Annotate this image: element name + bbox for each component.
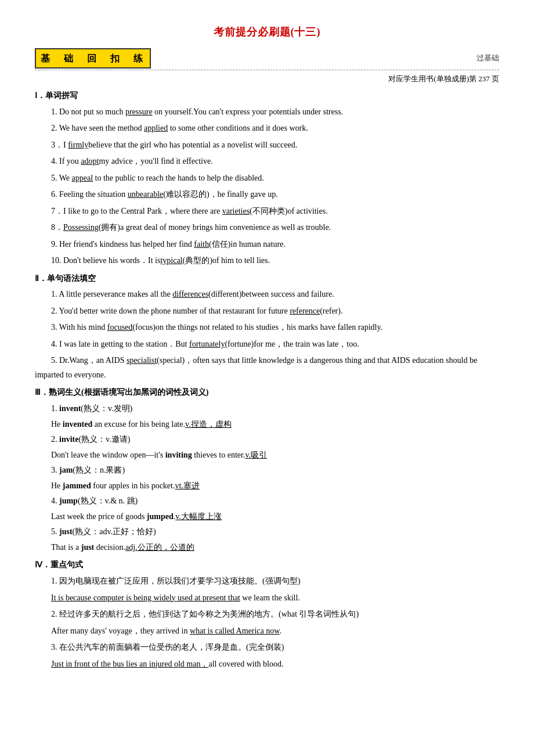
item-text: of activities. — [287, 207, 327, 215]
item-ii-4: 4. I was late in getting to the station．… — [35, 337, 499, 352]
item-iv-2-sentence: After many days' voyage，they arrived in … — [35, 624, 499, 639]
item-num: 1. A little perseverance makes all the — [51, 290, 172, 298]
item-i-1: 1. Do not put so much pressure on yourse… — [35, 105, 499, 120]
item-i-10: 10. Don't believe his words．It istypical… — [35, 254, 499, 268]
item-num: 2. 经过许多天的航行之后，他们到达了如今称之为美洲的地方。(what 引导名词… — [51, 610, 359, 618]
item-i-2: 2. We have seen the method applied to so… — [35, 121, 499, 136]
item-i-5: 5. We appeal to the public to reach the … — [35, 171, 499, 186]
item-num: 8． — [51, 223, 63, 232]
word-pressure: pressure — [125, 107, 153, 116]
item-text: in human nature. — [230, 240, 285, 249]
item-iii-5: 5. just(熟义：adv.正好；恰好) — [51, 525, 499, 539]
item-num: 1. — [51, 404, 59, 413]
item-iv-1: 1. 因为电脑现在被广泛应用，所以我们才要学习这项技能。(强调句型) It is… — [35, 574, 499, 605]
item-text: believe that the girl who has potential … — [88, 141, 297, 149]
word-adopt: adopt — [81, 157, 99, 165]
example-bold-jumped: jumped — [147, 512, 174, 521]
item-i-7: 7．I like to go to the Central Park，where… — [35, 204, 499, 219]
item-i-9: 9. Her friend's kindness has helped her … — [35, 237, 499, 252]
item-num: 4. If you — [51, 157, 81, 165]
item-text: on the things not related to his studies… — [156, 323, 383, 332]
item-text: a great deal of money brings him conveni… — [120, 223, 331, 232]
sentence-underline-iv1: It is because computer is being widely u… — [51, 593, 240, 602]
section-right-label: 过基础 — [477, 52, 499, 64]
example-text: Don't leave the window open—it's — [51, 451, 165, 459]
word-reference: reference — [290, 307, 320, 315]
item-note: (special) — [157, 356, 185, 365]
item-note: (不同种类) — [250, 207, 287, 215]
word-fortunately: fortunately — [189, 340, 225, 348]
word-specialist: specialist — [127, 356, 157, 365]
item-iv-3-sentence: Just in front of the bus lies an injured… — [35, 657, 499, 672]
item-note: (fortune) — [225, 340, 254, 348]
item-i-3: 3．I firmlybelieve that the girl who has … — [35, 138, 499, 153]
item-num: 9. Her friend's kindness has helped her … — [51, 240, 194, 249]
item-note: (难以容忍的)，he finally gave up. — [163, 190, 278, 199]
item-iv-2: 2. 经过许多天的航行之后，他们到达了如今称之为美洲的地方。(what 引导名词… — [35, 607, 499, 638]
item-iii-2-example: Don't leave the window open—it's invitin… — [51, 448, 499, 463]
item-iv-1-sentence: It is because computer is being widely u… — [35, 591, 499, 606]
section-iv-content: 1. 因为电脑现在被广泛应用，所以我们才要学习这项技能。(强调句型) It is… — [35, 574, 499, 671]
item-meaning: (熟义：v.邀请) — [78, 435, 130, 444]
example-text: four apples in his pocket. — [91, 481, 175, 490]
example-text: Last week the price of goods — [51, 512, 147, 521]
example-text: an excuse for his being late. — [92, 420, 185, 429]
new-meaning-jam: vt.塞进 — [175, 481, 199, 490]
word-firmly: firmly — [68, 141, 88, 149]
item-num: 10. Don't believe his words．It is — [51, 256, 160, 265]
item-num: 1. Do not put so much — [51, 107, 125, 116]
item-meaning: (熟义：v.& n. 跳) — [78, 496, 138, 505]
item-num: 5. — [51, 527, 59, 536]
item-num: 2. We have seen the method — [51, 124, 144, 132]
item-i-6: 6. Feeling the situation unbearable(难以容忍… — [35, 188, 499, 202]
item-note: (拥有) — [99, 223, 120, 232]
item-iii-1: 1. invent(熟义：v.发明) — [51, 402, 499, 416]
section-main-title: 基 础 回 扣 练 — [35, 48, 151, 69]
example-text: He — [51, 481, 63, 490]
section-header: 基 础 回 扣 练 过基础 — [35, 48, 499, 70]
item-num: 2. You'd better write down the phone num… — [51, 307, 290, 315]
word-applied: applied — [144, 124, 168, 132]
item-iv-3: 3. 在公共汽车的前面躺着一位受伤的老人，浑身是血。(完全倒装) Just in… — [35, 640, 499, 671]
item-iii-1-example: He invented an excuse for his being late… — [51, 417, 499, 432]
item-text: between success and failure. — [241, 290, 334, 298]
new-meaning-jump: v.大幅度上涨 — [175, 512, 222, 521]
item-i-8: 8．Possessing(拥有)a great deal of money br… — [35, 221, 499, 235]
item-iv-3-desc: 3. 在公共汽车的前面躺着一位受伤的老人，浑身是血。(完全倒装) — [35, 640, 499, 655]
page-title: 考前提分必刷题(十三) — [35, 23, 499, 41]
item-num: 7．I like to go to the Central Park，where… — [51, 207, 222, 215]
word-typical: typical — [160, 256, 182, 265]
sentence-cont-iv3: all covered with blood. — [208, 660, 283, 668]
item-text: . — [341, 307, 343, 315]
item-text: to some other conditions and it does wor… — [168, 124, 308, 132]
item-num: 6. Feeling the situation — [51, 190, 128, 199]
item-text: of him to tell lies. — [212, 256, 270, 265]
item-note: (different) — [208, 290, 241, 298]
subsection-iv-title: Ⅳ．重点句式 — [35, 558, 499, 572]
item-iii-5-example: That is a just decision.adj.公正的，公道的 — [51, 541, 499, 555]
bold-word-jam: jam — [59, 466, 73, 474]
page-ref: 对应学生用书(单独成册)第 237 页 — [35, 73, 499, 85]
item-num: 3．I — [51, 141, 68, 149]
new-meaning-invite: v.吸引 — [245, 451, 267, 459]
item-ii-2: 2. You'd better write down the phone num… — [35, 304, 499, 319]
bold-word-invent: invent — [59, 404, 81, 413]
item-num: 3. — [51, 466, 59, 474]
item-num: 4. I was late in getting to the station．… — [51, 340, 189, 348]
item-iii-4-example: Last week the price of goods jumped.v.大幅… — [51, 510, 499, 524]
item-num: 1. 因为电脑现在被广泛应用，所以我们才要学习这项技能。(强调句型) — [51, 577, 300, 585]
item-iii-2: 2. invite(熟义：v.邀请) — [51, 433, 499, 447]
item-text: to the public to reach the hands to help… — [93, 174, 264, 182]
item-i-4: 4. If you adoptmy advice，you'll find it … — [35, 154, 499, 169]
subsection-i-title: Ⅰ．单词拼写 — [35, 89, 499, 103]
item-text: for me，the train was late，too. — [254, 340, 359, 348]
word-differences: differences — [172, 290, 208, 298]
item-ii-1: 1. A little perseverance makes all the d… — [35, 287, 499, 302]
item-meaning: (熟义：adv.正好；恰好) — [73, 527, 156, 536]
word-unbearable: unbearable — [128, 190, 163, 199]
new-meaning-invent: v.捏造，虚构 — [185, 420, 232, 429]
item-iii-3-example: He jammed four apples in his pocket.vt.塞… — [51, 479, 499, 494]
sentence-before-iv2: After many days' voyage，they arrived in — [51, 627, 190, 635]
example-text: That is a — [51, 543, 81, 552]
section-iii-content: 1. invent(熟义：v.发明) He invented an excuse… — [35, 402, 499, 555]
